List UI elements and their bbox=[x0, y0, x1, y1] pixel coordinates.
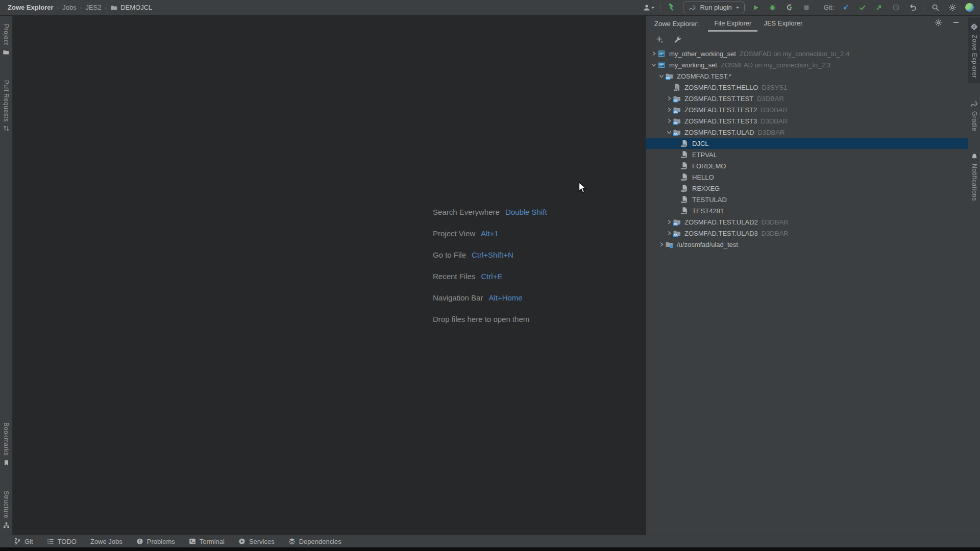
tool-window-button-terminal[interactable]: Terminal bbox=[189, 538, 225, 545]
rollback-button[interactable] bbox=[907, 2, 918, 13]
minimize-button[interactable] bbox=[950, 17, 962, 28]
tree-row[interactable]: MEMETPVAL bbox=[646, 149, 968, 160]
settings-icon bbox=[948, 4, 957, 12]
tool-window-button-git[interactable]: Git bbox=[14, 538, 33, 545]
tree-row[interactable]: DSZOSMFAD.TEST.TEST2D3DBAR bbox=[646, 104, 968, 115]
shortcut-hint-key[interactable]: Ctrl+Shift+N bbox=[472, 251, 513, 259]
tree-row[interactable]: DSZOSMFAD.TEST.ULAD3D3DBAR bbox=[646, 228, 968, 239]
tool-window-button-dependencies[interactable]: Dependencies bbox=[288, 538, 341, 545]
folder-icon bbox=[110, 4, 118, 11]
tool-stripe-item-gradle[interactable]: Gradle bbox=[968, 94, 980, 137]
tab-file-explorer[interactable]: File Explorer bbox=[708, 16, 757, 32]
breadcrumb-item[interactable]: DEMOJCL bbox=[110, 4, 152, 11]
svg-text:DS: DS bbox=[674, 121, 678, 124]
svg-text:MEM: MEM bbox=[681, 201, 687, 204]
top-toolbar: Zowe Explorer›Jobs›JES2›DEMOJCL Run plug… bbox=[0, 0, 980, 15]
tree-row[interactable]: MEMTESTULAD bbox=[646, 194, 968, 205]
tree-row[interactable]: /u/zosmfad/ulad_test bbox=[646, 239, 968, 250]
play-button[interactable] bbox=[750, 2, 762, 13]
coverage-icon bbox=[786, 4, 793, 11]
chevron-right-icon[interactable] bbox=[665, 96, 673, 101]
hammer-icon bbox=[667, 3, 676, 12]
tool-window-button-todo[interactable]: TODO bbox=[47, 538, 77, 545]
tree-row[interactable]: MEMHELLO bbox=[646, 171, 968, 183]
avatar-button[interactable] bbox=[964, 2, 975, 13]
toolbar-separator bbox=[818, 3, 818, 12]
history-icon bbox=[892, 4, 900, 11]
shortcut-hint-key[interactable]: Alt+1 bbox=[481, 229, 499, 238]
wrench-button[interactable] bbox=[672, 34, 683, 45]
update-button[interactable] bbox=[840, 2, 851, 13]
chevron-right-icon[interactable] bbox=[657, 242, 665, 247]
gear-button[interactable] bbox=[933, 17, 944, 28]
tree-row[interactable]: DSZOSMFAD.TEST.TEST3D3DBAR bbox=[646, 115, 968, 127]
run-configuration-combo[interactable]: Run plugin bbox=[683, 2, 745, 13]
debug-button[interactable] bbox=[767, 2, 778, 13]
tree-node-name: REXXEG bbox=[692, 185, 720, 192]
tree-node-name: my_other_working_set bbox=[669, 50, 736, 58]
search-button[interactable] bbox=[930, 2, 941, 13]
tree-row[interactable]: my_working_setZOSMFAD on my_connection_t… bbox=[646, 59, 968, 70]
dataset-folder-icon: DS bbox=[673, 218, 682, 226]
avatar-icon bbox=[965, 3, 974, 12]
tree-row[interactable]: MEMREXXEG bbox=[646, 183, 968, 194]
tool-stripe-item-project[interactable]: Project bbox=[0, 24, 12, 56]
chevron-right-icon[interactable] bbox=[665, 118, 673, 123]
breadcrumb-item[interactable]: JES2 bbox=[85, 4, 101, 11]
svg-text:DS: DS bbox=[674, 222, 678, 226]
push-button[interactable] bbox=[873, 2, 885, 13]
tree-node-name: ZOSMFAD.TEST.TEST3 bbox=[684, 117, 757, 125]
settings-button[interactable] bbox=[947, 2, 958, 13]
shortcut-hint-label: Navigation Bar bbox=[433, 293, 483, 302]
svg-text:MEM: MEM bbox=[681, 179, 687, 181]
play-icon bbox=[752, 4, 760, 11]
breadcrumb-item[interactable]: Zowe Explorer bbox=[8, 4, 54, 11]
toolbar-separator bbox=[660, 3, 660, 12]
tool-stripe-item-zowe-explorer[interactable]: ZZowe Explorer bbox=[968, 17, 980, 83]
breadcrumb-item[interactable]: Jobs bbox=[62, 4, 76, 11]
tree-node-suffix: D3DBAR bbox=[762, 218, 789, 226]
tree-row[interactable]: DSZOSMFAD.TEST.ULADD3DBAR bbox=[646, 127, 968, 138]
tree-row[interactable]: DSZOSMFAD.TEST.TESTD3DBAR bbox=[646, 93, 968, 104]
caret-down-icon bbox=[736, 6, 740, 10]
chevron-right-icon[interactable] bbox=[665, 231, 673, 236]
services-icon bbox=[238, 538, 246, 545]
tool-window-button-services[interactable]: Services bbox=[238, 538, 275, 545]
working-set-icon bbox=[657, 49, 667, 58]
coverage-button[interactable] bbox=[784, 2, 795, 13]
chevron-down-icon[interactable] bbox=[657, 73, 665, 79]
user-menu-button[interactable] bbox=[643, 2, 654, 13]
shortcut-hint-key[interactable]: Double Shift bbox=[505, 208, 547, 216]
editor-area: Search EverywhereDouble ShiftProject Vie… bbox=[13, 16, 646, 535]
left-tool-stripe: ProjectPull Requests BookmarksStructure bbox=[0, 16, 13, 535]
chevron-right-icon[interactable] bbox=[665, 219, 673, 224]
tool-stripe-item-notifications[interactable]: Notifications bbox=[968, 148, 980, 206]
chevron-right-icon[interactable] bbox=[665, 107, 673, 112]
tree-row[interactable]: DSZOSMFAD.TEST.* bbox=[646, 70, 968, 82]
zowe-explorer-panel: Zowe Explorer: File ExplorerJES Explorer… bbox=[646, 16, 968, 535]
tool-stripe-item-structure[interactable]: Structure bbox=[0, 491, 12, 529]
tool-stripe-item-pull-requests[interactable]: Pull Requests bbox=[0, 80, 12, 132]
chevron-down-icon[interactable] bbox=[650, 62, 657, 67]
tree-row[interactable]: my_other_working_setZOSMFAD on my_connec… bbox=[646, 48, 968, 59]
tree-row[interactable]: MEMTEST4281 bbox=[646, 205, 968, 216]
project-icon bbox=[3, 49, 10, 56]
build-project-button[interactable] bbox=[666, 2, 677, 13]
chevron-right-icon[interactable] bbox=[650, 51, 657, 56]
commit-button[interactable] bbox=[856, 2, 868, 13]
shortcut-hint-key[interactable]: Alt+Home bbox=[488, 293, 522, 302]
tool-window-button-zowe-jobs[interactable]: Zowe Jobs bbox=[90, 538, 122, 545]
tool-stripe-item-bookmarks[interactable]: Bookmarks bbox=[0, 422, 12, 466]
chevron-down-icon[interactable] bbox=[665, 130, 673, 135]
file-explorer-tree: my_other_working_setZOSMFAD on my_connec… bbox=[646, 48, 968, 250]
shortcut-hint-key[interactable]: Ctrl+E bbox=[481, 272, 502, 281]
tool-window-button-problems[interactable]: Problems bbox=[136, 538, 175, 545]
shortcut-hint-label: Go to File bbox=[433, 251, 466, 259]
tree-node-suffix: D3DBAR bbox=[757, 95, 784, 103]
plus-button[interactable] bbox=[654, 34, 665, 45]
tree-row[interactable]: DSZOSMFAD.TEST.HELLOD3SYS1 bbox=[646, 82, 968, 93]
tree-row[interactable]: MEMDJCL bbox=[646, 138, 968, 149]
tab-jes-explorer[interactable]: JES Explorer bbox=[757, 16, 808, 32]
tree-row[interactable]: MEMFORDEMO bbox=[646, 160, 968, 171]
tree-row[interactable]: DSZOSMFAD.TEST.ULAD2D3DBAR bbox=[646, 216, 968, 228]
